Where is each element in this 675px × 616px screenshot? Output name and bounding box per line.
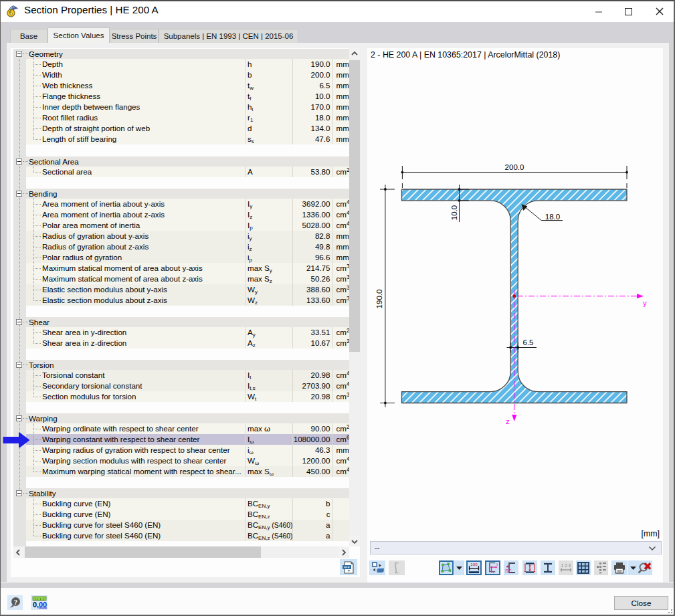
svg-text:[mm]: [mm] xyxy=(641,529,660,538)
svg-text:z: z xyxy=(506,417,510,425)
svg-text:z: z xyxy=(493,570,495,574)
svg-text:2 - HE 200 A | EN 10365:2017 |: 2 - HE 200 A | EN 10365:2017 | ArcelorMi… xyxy=(371,50,560,60)
svg-text:00: 00 xyxy=(39,601,47,609)
svg-text:1 2 3: 1 2 3 xyxy=(561,563,571,568)
svg-text:y: y xyxy=(643,299,647,307)
svg-text:?: ? xyxy=(13,598,17,606)
svg-text:18.0: 18.0 xyxy=(545,213,560,221)
svg-text:200.0: 200.0 xyxy=(505,163,524,171)
svg-text:10.0: 10.0 xyxy=(450,205,458,220)
svg-text:SC: SC xyxy=(505,569,512,573)
svg-text:0,: 0, xyxy=(33,601,39,609)
svg-text:190.0: 190.0 xyxy=(375,290,383,309)
svg-text:6.5: 6.5 xyxy=(523,338,534,346)
svg-text:100: 100 xyxy=(470,562,478,567)
svg-text:y: y xyxy=(496,562,498,566)
